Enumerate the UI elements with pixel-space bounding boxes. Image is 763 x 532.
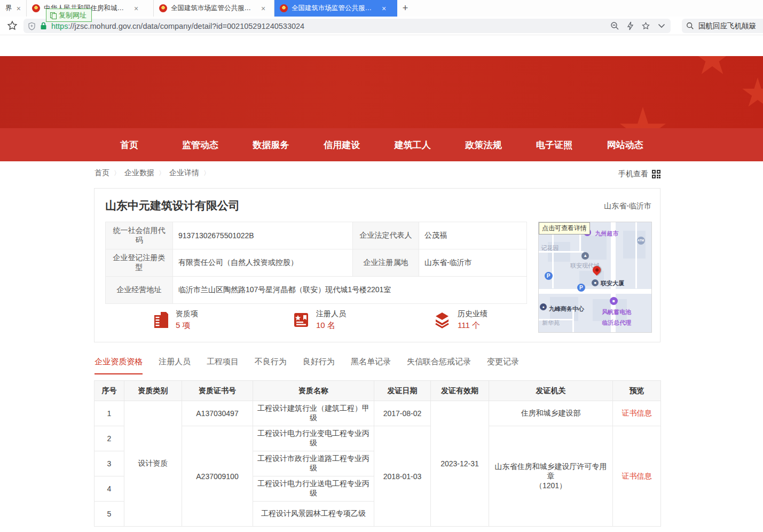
stat-value: 111 个 <box>458 320 487 331</box>
map-label-supermarket: 九州超市 <box>595 230 619 238</box>
qualification-table: 序号 资质类别 资质证书号 资质名称 发证日期 发证有效期 发证机关 预览 1 … <box>94 380 661 527</box>
shield-icon[interactable] <box>28 22 36 30</box>
certificate-info-link[interactable]: 证书信息 <box>622 472 652 480</box>
credit-code-label: 统一社会信用代码 <box>106 222 173 249</box>
breadcrumb-home[interactable]: 首页 <box>95 168 109 178</box>
emblem-favicon-icon <box>280 4 288 12</box>
tab-projects[interactable]: 工程项目 <box>207 357 239 374</box>
nav-item-e-license[interactable]: 电子证照 <box>519 128 590 161</box>
breadcrumb-company-data[interactable]: 企业数据 <box>124 168 154 178</box>
legal-rep-value: 公茂福 <box>419 222 527 249</box>
detail-tabs: 企业资质资格 注册人员 工程项目 不良行为 良好行为 黑名单记录 失信联合惩戒记… <box>95 357 519 374</box>
map-battery-shop-icon: ■ <box>610 297 618 305</box>
zoom-out-icon[interactable] <box>610 21 619 30</box>
tab-bad-behavior[interactable]: 不良行为 <box>255 357 287 374</box>
cell-no: 4 <box>95 476 124 502</box>
col-header-cert-no: 资质证书号 <box>182 381 253 401</box>
stat-label: 历史业绩 <box>458 309 487 319</box>
tab-registered-personnel[interactable]: 注册人员 <box>159 357 191 374</box>
browser-url-row: https://jzsc.mohurd.gov.cn/data/company/… <box>0 17 763 35</box>
address-bar[interactable]: https://jzsc.mohurd.gov.cn/data/company/… <box>23 19 671 33</box>
new-tab-button[interactable]: + <box>397 0 413 17</box>
browser-tab-jzsc-active[interactable]: 全国建筑市场监管公共服务平台 × <box>274 0 397 17</box>
authority-sub-line: （1201） <box>492 481 609 491</box>
page: 界 × 中华人民共和国住房和城乡建设 × 全国建筑市场监管公共服务平台 × 全国… <box>0 0 763 532</box>
chevron-down-icon[interactable] <box>658 24 665 28</box>
col-header-category: 资质类别 <box>124 381 182 401</box>
close-icon[interactable]: × <box>261 4 265 13</box>
close-icon[interactable]: × <box>382 4 386 13</box>
certificate-info-link[interactable]: 证书信息 <box>622 409 652 417</box>
nav-item-policy[interactable]: 政策法规 <box>448 128 519 161</box>
nav-item-credit[interactable]: 信用建设 <box>306 128 377 161</box>
col-header-issue-date: 发证日期 <box>374 381 431 401</box>
browser-chrome: 界 × 中华人民共和国住房和城乡建设 × 全国建筑市场监管公共服务平台 × 全国… <box>0 0 763 35</box>
col-header-no: 序号 <box>95 381 124 401</box>
company-region: 山东省-临沂市 <box>604 201 651 211</box>
nav-item-data-service[interactable]: 数据服务 <box>235 128 306 161</box>
nav-item-home[interactable]: 首页 <box>94 128 165 161</box>
close-icon[interactable]: × <box>17 4 21 13</box>
map-parking-icon: P <box>545 272 553 280</box>
cell-no: 1 <box>95 401 124 426</box>
map-label-garden: 记花园 <box>541 244 559 252</box>
stat-registered-personnel: 注册人员 10 名 <box>246 309 386 331</box>
breadcrumb: 首页 〉 企业数据 〉 企业详情 〉 <box>95 168 210 178</box>
stat-qualifications: 资质项 5 项 <box>105 309 246 331</box>
browser-search-box[interactable]: 国航回应飞机颠簸 <box>682 19 763 33</box>
table-row: 1 设计资质 A137030497 工程设计建筑行业（建筑工程）甲级 2017-… <box>95 401 661 426</box>
map-business-icon: ● <box>540 303 547 310</box>
emblem-favicon-icon <box>159 4 167 12</box>
favorite-star-icon[interactable] <box>641 21 650 30</box>
cell-qual-name: 工程设计风景园林工程专项乙级 <box>253 502 374 527</box>
cell-issue-date: 2018-01-03 <box>374 426 431 527</box>
stat-label: 注册人员 <box>316 309 346 319</box>
breadcrumb-company-detail[interactable]: 企业详情 <box>169 168 199 178</box>
address-label: 企业经营地址 <box>106 277 173 304</box>
map-label-fengfan-2: 临沂总代理 <box>602 319 631 327</box>
layers-icon <box>433 311 451 328</box>
tab-good-behavior[interactable]: 良好行为 <box>303 357 335 374</box>
url-rest: ://jzsc.mohurd.gov.cn/data/company/detai… <box>68 22 304 30</box>
hot-search-text: 国航回应飞机颠簸 <box>698 21 756 31</box>
emblem-favicon-icon <box>32 4 40 12</box>
map-tooltip: 点击可查看详情 <box>539 222 590 234</box>
bookmark-star-icon[interactable] <box>6 20 18 32</box>
cell-authority: 住房和城乡建设部 <box>489 401 613 426</box>
col-header-authority: 发证机关 <box>489 381 613 401</box>
mobile-view-label: 手机查看 <box>618 169 648 179</box>
tab-dishonesty-records[interactable]: 失信联合惩戒记录 <box>407 357 471 374</box>
search-icon <box>686 22 694 30</box>
cell-valid-until: 2023-12-31 <box>431 401 489 527</box>
nav-item-site-news[interactable]: 网站动态 <box>589 128 660 161</box>
qr-code-icon[interactable] <box>652 170 660 178</box>
mobile-view[interactable]: 手机查看 <box>618 169 660 179</box>
tab-blacklist[interactable]: 黑名单记录 <box>351 357 391 374</box>
stat-value: 10 名 <box>316 320 346 331</box>
location-map[interactable]: ■ 九州超市 ATM 记花园 ▲ 联安现代城 ■ 联安大厦 P P ● 九峰商务… <box>538 222 652 333</box>
tab-change-records[interactable]: 变更记录 <box>487 357 519 374</box>
nav-item-supervision[interactable]: 监管动态 <box>165 128 236 161</box>
company-name: 山东中元建筑设计有限公司 <box>105 198 240 213</box>
table-header-row: 序号 资质类别 资质证书号 资质名称 发证日期 发证有效期 发证机关 预览 <box>95 381 661 401</box>
copy-icon <box>50 12 56 19</box>
tab-title: 界 <box>5 4 12 13</box>
personnel-book-icon <box>293 311 310 328</box>
stat-history-performance: 历史业绩 111 个 <box>386 309 526 331</box>
copy-url-tooltip-text: 复制网址 <box>59 11 86 20</box>
browser-tab-partial[interactable]: 界 × <box>0 0 27 17</box>
stat-label: 资质项 <box>176 309 198 319</box>
nav-item-workers[interactable]: 建筑工人 <box>377 128 449 161</box>
https-lock-icon[interactable] <box>40 22 47 30</box>
company-info-table: 统一社会信用代码 91371302675501022B 企业法定代表人 公茂福 … <box>105 222 527 304</box>
reg-type-label: 企业登记注册类型 <box>106 249 173 277</box>
lightning-icon[interactable] <box>627 21 634 30</box>
map-label-fengfan-1: 风帆蓄电池 <box>602 308 631 316</box>
browser-tab-jzsc-1[interactable]: 全国建筑市场监管公共服务平台 × <box>154 0 274 17</box>
company-card: 山东中元建筑设计有限公司 山东省-临沂市 统一社会信用代码 9137130267… <box>94 188 660 342</box>
cell-category: 设计资质 <box>124 401 182 527</box>
tab-qualifications[interactable]: 企业资质资格 <box>95 357 143 374</box>
cell-no: 5 <box>95 502 124 527</box>
close-icon[interactable]: × <box>134 4 138 13</box>
copy-url-tooltip: 复制网址 <box>46 9 92 22</box>
